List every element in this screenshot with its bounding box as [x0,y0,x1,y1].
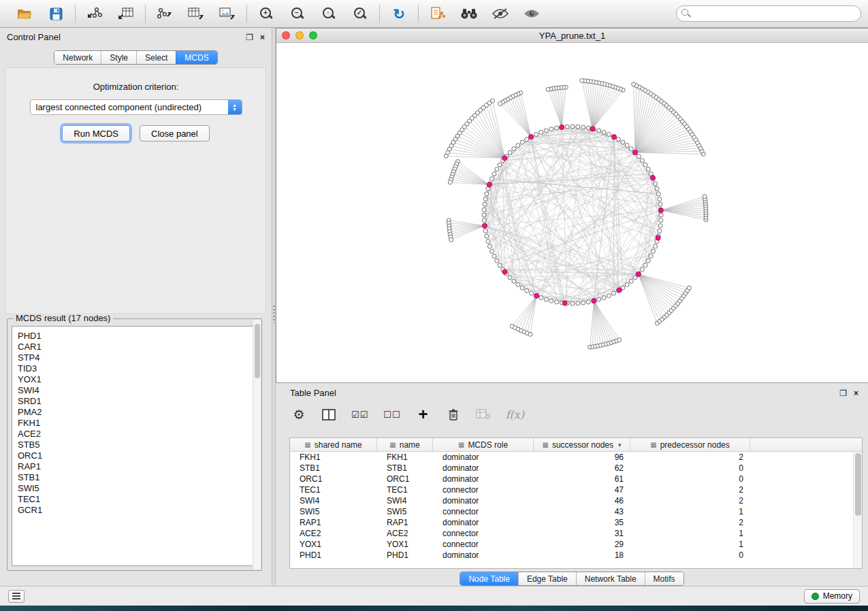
table-row[interactable]: TEC1TEC1connector472 [290,484,862,495]
search-input[interactable] [676,5,861,22]
application-window: + − ▫ ✓ ↻ [0,0,868,611]
tab-motifs[interactable]: Motifs [645,572,684,585]
export-image-icon[interactable] [218,5,237,22]
tab-edge-table[interactable]: Edge Table [518,572,576,585]
mcds-result-item[interactable]: PHD1 [18,331,257,342]
table-row[interactable]: ACE2ACE2connector311 [290,528,862,539]
import-table-icon[interactable] [116,5,135,22]
run-mcds-button[interactable]: Run MCDS [62,125,130,142]
mcds-list-scrollbar[interactable] [253,320,261,569]
mcds-result-item[interactable]: STB1 [18,472,257,483]
scrollbar-thumb[interactable] [855,453,861,516]
create-column-icon[interactable]: + [416,406,431,423]
optimization-criterion-select[interactable]: largest connected component (undirected)… [30,99,242,115]
import-network-icon[interactable] [85,5,104,22]
show-columns-icon[interactable] [321,406,336,423]
zoom-fit-icon[interactable]: ▫ [319,5,338,22]
table-cell: FKH1 [377,452,433,463]
panel-menu-button[interactable] [8,590,25,603]
show-graphics-eye-icon[interactable] [522,5,541,22]
tab-style[interactable]: Style [101,51,136,64]
column-header[interactable]: ▦name [377,438,433,451]
column-header[interactable]: ▦predecessor nodes [630,438,750,451]
table-settings-gear-icon[interactable]: ⚙ [291,406,306,423]
table-cell: connector [433,539,534,550]
share-document-icon[interactable] [428,5,447,22]
select-all-columns-icon[interactable]: ☑☑ [351,406,368,423]
zoom-out-icon[interactable]: − [288,5,307,22]
mcds-result-item[interactable]: FKH1 [18,418,257,429]
mcds-result-item[interactable]: YOX1 [18,374,257,385]
sort-chevron-icon[interactable]: ▾ [618,442,622,448]
close-window-icon[interactable] [282,31,290,39]
tab-node-table[interactable]: Node Table [460,572,518,585]
table-cell: 46 [534,495,630,506]
maximize-window-icon[interactable] [309,31,317,39]
mcds-result-item[interactable]: SRD1 [18,396,257,407]
close-panel-button[interactable]: Close panel [140,125,210,142]
zoom-in-icon[interactable]: + [257,5,276,22]
table-cell: 1 [630,528,750,539]
mcds-result-item[interactable]: CAR1 [18,342,257,352]
table-cell: 47 [534,484,630,495]
hide-edges-icon[interactable] [491,5,510,22]
scrollbar-thumb[interactable] [255,324,260,378]
table-cell: SWI4 [377,495,433,506]
table-row[interactable]: STB1STB1dominator620 [290,463,862,474]
mcds-tab-content: Optimization criterion: largest connecte… [5,67,266,314]
table-row[interactable]: SWI5SWI5connector431 [290,506,862,517]
mcds-result-item[interactable]: RAP1 [18,461,257,472]
refresh-layout-icon[interactable]: ↻ [389,5,408,22]
unselect-all-columns-icon[interactable]: ☐☐ [383,406,400,423]
save-icon[interactable] [46,5,65,22]
network-canvas[interactable] [276,43,868,382]
column-header[interactable]: ▦shared name [290,438,377,451]
table-row[interactable]: RAP1RAP1dominator352 [290,517,862,528]
mcds-result-item[interactable]: ORC1 [18,450,257,461]
memory-button[interactable]: Memory [804,589,860,604]
delete-column-icon[interactable] [446,406,461,423]
table-cell: 1 [630,506,750,517]
mcds-result-item[interactable]: SWI4 [18,385,257,396]
mcds-result-list[interactable]: PHD1CAR1STP4TID3YOX1SWI4SRD1PMA2FKH1ACE2… [12,326,257,566]
mcds-result-item[interactable]: STP4 [18,352,257,363]
attribute-type-icon: ▦ [542,441,548,448]
minimize-window-icon[interactable] [295,31,304,39]
mcds-result-item[interactable]: STB5 [18,440,257,450]
mcds-result-item[interactable]: PMA2 [18,407,257,418]
mcds-result-item[interactable]: GCR1 [18,505,257,516]
binoculars-icon[interactable] [460,5,479,22]
tab-mcds[interactable]: MCDS [176,51,216,64]
zoom-selected-icon[interactable]: ✓ [351,5,370,22]
table-row[interactable]: PHD1PHD1dominator180 [290,550,862,561]
close-panel-icon[interactable]: × [260,33,265,42]
table-row[interactable]: SWI4SWI4dominator462 [290,495,862,506]
mcds-result-item[interactable]: TID3 [18,363,257,374]
table-row[interactable]: YOX1YOX1connector291 [290,539,862,550]
float-panel-icon[interactable]: ❐ [246,33,253,42]
mcds-result-item[interactable]: SWI5 [18,483,257,494]
float-panel-icon[interactable]: ❐ [839,389,847,397]
table-row[interactable]: ORC1ORC1dominator610 [290,474,862,484]
open-folder-icon[interactable] [15,5,34,22]
column-header-label: shared name [315,440,362,450]
function-builder-icon: f(x) [506,406,524,423]
mcds-result-item[interactable]: ACE2 [18,429,257,440]
table-cell: ORC1 [290,474,377,484]
tab-network-table[interactable]: Network Table [576,572,645,585]
tab-network[interactable]: Network [54,51,101,64]
table-scrollbar[interactable] [853,452,862,568]
column-header[interactable]: ▦successor nodes▾ [534,438,630,451]
network-window-titlebar[interactable]: YPA_prune.txt_1 [276,29,868,43]
column-header-label: name [400,440,420,450]
mcds-result-item[interactable]: TEC1 [18,494,257,505]
node-table: ▦shared name▦name▦MCDS role▦successor no… [289,437,863,569]
close-panel-icon[interactable]: × [854,389,858,397]
table-cell: RAP1 [377,517,433,528]
table-row[interactable]: FKH1FKH1dominator962 [290,452,862,463]
tab-select[interactable]: Select [136,51,176,64]
export-table-icon[interactable] [187,5,206,22]
mcds-result-group: MCDS result (17 nodes) PHD1CAR1STP4TID3Y… [7,318,262,571]
column-header[interactable]: ▦MCDS role [433,438,534,451]
export-network-icon[interactable] [155,5,174,22]
